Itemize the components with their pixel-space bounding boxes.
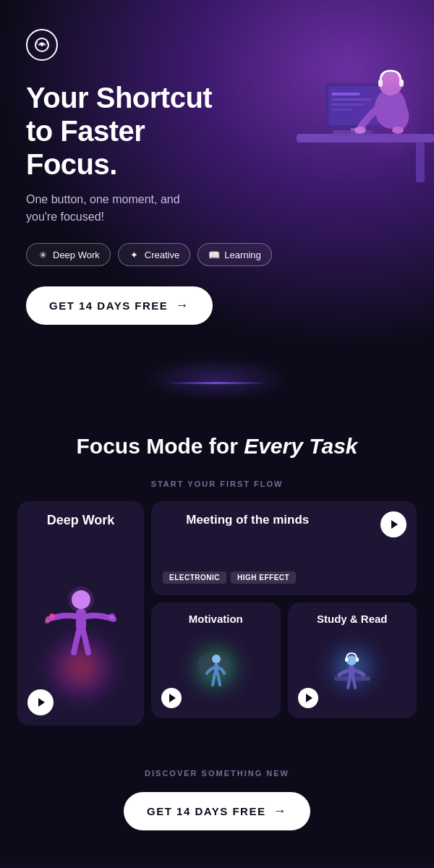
card-grid: Deep Work (17, 501, 417, 726)
study-play-btn[interactable] (298, 688, 318, 708)
discover-label: DISCOVER SOMETHING NEW (17, 769, 417, 778)
focus-section: Focus Mode for Every Task START YOUR FIR… (0, 412, 434, 762)
hero-subtitle: One button, one moment, and you're focus… (26, 191, 214, 226)
snowflake-icon: ✳ (37, 249, 48, 260)
cta-button-discover[interactable]: GET 14 DAYS FREE → (124, 792, 310, 830)
svg-point-29 (212, 655, 221, 663)
motivation-title: Motivation (161, 613, 271, 625)
meeting-badges: ELECTRONIC HIGH EFFECT (163, 571, 405, 584)
study-title: Study & Read (298, 613, 407, 625)
svg-marker-31 (169, 694, 176, 702)
card-deep-work[interactable]: Deep Work (17, 501, 144, 726)
sub-cards-row: Motivation (151, 603, 417, 718)
svg-rect-9 (331, 103, 364, 106)
spotlight-glow (145, 357, 289, 401)
badge-high-effect: HIGH EFFECT (231, 571, 296, 584)
tag-creative[interactable]: ✦ Creative (118, 243, 190, 266)
meeting-play-btn[interactable] (380, 511, 407, 537)
badge-electronic: ELECTRONIC (163, 571, 226, 584)
hero-title: Your Shortcut to Faster Focus. (26, 81, 243, 181)
svg-rect-7 (331, 93, 360, 95)
card-study[interactable]: Study & Read (288, 603, 417, 718)
focus-title: Focus Mode for Every Task (17, 433, 417, 459)
svg-rect-34 (345, 658, 348, 662)
motivation-play-btn[interactable] (161, 688, 182, 708)
svg-marker-26 (391, 520, 398, 529)
svg-point-24 (109, 613, 115, 619)
svg-marker-25 (38, 698, 45, 707)
tag-learning[interactable]: 📖 Learning (197, 243, 272, 266)
hero-section: Your Shortcut to Faster Focus. One butto… (0, 0, 434, 346)
svg-point-21 (68, 587, 94, 613)
discover-section: DISCOVER SOMETHING NEW GET 14 DAYS FREE … (0, 762, 434, 859)
tag-deep-work[interactable]: ✳ Deep Work (26, 243, 111, 266)
card-meeting[interactable]: Meeting of the minds ELECTRONIC HIGH EFF… (151, 501, 417, 595)
start-flow-label: START YOUR FIRST FLOW (17, 480, 417, 488)
hero-tags: ✳ Deep Work ✦ Creative 📖 Learning (26, 243, 408, 266)
arrow-icon-2: → (273, 804, 287, 819)
svg-point-18 (362, 80, 420, 152)
logo-icon (26, 29, 58, 61)
arrow-icon: → (175, 298, 190, 313)
cta-button-hero[interactable]: GET 14 DAYS FREE → (26, 286, 213, 325)
sparkle-icon: ✦ (129, 249, 140, 260)
svg-point-22 (49, 613, 55, 619)
svg-marker-37 (306, 694, 312, 702)
spotlight-divider (0, 346, 434, 412)
svg-rect-10 (331, 109, 353, 111)
deep-work-title: Deep Work (29, 513, 132, 528)
deep-work-illustration (29, 535, 132, 707)
book-icon: 📖 (208, 249, 220, 260)
card-motivation[interactable]: Motivation (151, 603, 281, 718)
bottom-bar (0, 859, 434, 868)
svg-point-23 (45, 619, 49, 624)
hero-illustration (253, 14, 434, 203)
svg-point-1 (41, 43, 43, 46)
deep-work-play-btn[interactable] (27, 689, 54, 715)
svg-rect-35 (356, 658, 359, 662)
svg-rect-3 (416, 142, 425, 182)
svg-point-33 (346, 655, 357, 665)
meeting-title: Meeting of the minds (163, 513, 333, 527)
